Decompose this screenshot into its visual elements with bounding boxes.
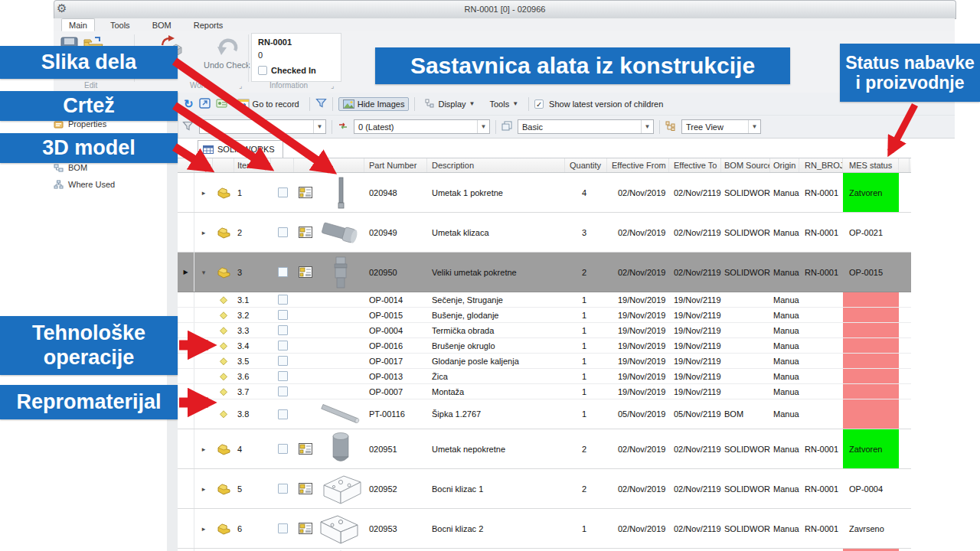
- undo-check-out-icon[interactable]: [216, 36, 239, 59]
- table-row[interactable]: 3.7OP-0007Montaža119/Nov/201919/Nov/2119…: [178, 384, 911, 399]
- row-checkbox[interactable]: [271, 354, 294, 368]
- pages-icon[interactable]: [501, 121, 512, 132]
- expand-toggle[interactable]: ▸: [194, 509, 213, 548]
- tab-bom[interactable]: BOM: [145, 19, 178, 31]
- table-row[interactable]: ▸6020953Bocni klizac 2102/Nov/201902/Nov…: [178, 509, 911, 549]
- row-checkbox[interactable]: [271, 338, 294, 353]
- expand-toggle[interactable]: ▸: [194, 429, 213, 468]
- table-row[interactable]: 3.3OP-0004Termička obrada119/Nov/201919/…: [178, 323, 911, 338]
- drawing-icon[interactable]: [294, 429, 317, 468]
- checkbox-icon[interactable]: [278, 523, 288, 533]
- display-menu-button[interactable]: Display ▼: [420, 96, 479, 111]
- show-latest-checkbox[interactable]: ✓: [534, 99, 544, 109]
- sidebar-item-bom[interactable]: BOM: [54, 161, 87, 174]
- drawing-icon[interactable]: [294, 173, 317, 212]
- go-to-record-button[interactable]: Go to record: [233, 96, 304, 111]
- tab-tools[interactable]: Tools: [103, 19, 137, 31]
- drawing-icon[interactable]: [294, 253, 317, 292]
- row-checkbox[interactable]: [271, 429, 294, 468]
- effective-from-cell: 19/Nov/2019: [607, 323, 669, 337]
- column-header-drawing[interactable]: [294, 158, 317, 172]
- column-header-item[interactable]: Item: [234, 158, 271, 172]
- drawing-icon[interactable]: [294, 213, 317, 252]
- table-row[interactable]: ▸5020952Bocni klizac 1202/Nov/201902/Nov…: [178, 469, 911, 509]
- row-checkbox[interactable]: [271, 213, 294, 252]
- tools-menu-button[interactable]: Tools ▼: [485, 97, 523, 111]
- hide-images-button[interactable]: Hide Images: [338, 97, 410, 111]
- row-checkbox[interactable]: [271, 369, 294, 383]
- column-header-thumbnail[interactable]: [317, 158, 364, 172]
- column-header-bom-source[interactable]: BOM Source: [721, 158, 770, 172]
- column-header-quantity[interactable]: Quantity: [565, 158, 607, 172]
- table-row[interactable]: ▸4020951Umetak nepokretne202/Nov/201902/…: [178, 429, 911, 469]
- search-combo[interactable]: @ ▼: [199, 119, 326, 134]
- row-checkbox[interactable]: [271, 384, 294, 399]
- part-thumbnail: [317, 509, 364, 548]
- row-checkbox[interactable]: [271, 399, 294, 429]
- table-row[interactable]: 3.2OP-0015Bušenje, glodanje119/Nov/20191…: [178, 308, 911, 323]
- drawing-icon: [294, 399, 317, 429]
- checkbox-icon[interactable]: [278, 356, 288, 366]
- checkbox-icon[interactable]: [278, 295, 288, 305]
- column-header-origin[interactable]: Origin: [770, 158, 799, 172]
- checkbox-icon[interactable]: [278, 310, 288, 320]
- checkbox-icon[interactable]: [278, 386, 288, 396]
- checkbox-icon[interactable]: [278, 371, 288, 381]
- checkbox-icon[interactable]: [278, 484, 288, 494]
- expand-toggle[interactable]: ▾: [194, 253, 213, 292]
- column-header-mes-status[interactable]: MES status: [843, 158, 899, 172]
- table-row[interactable]: 3.4OP-0016Brušenje okruglo119/Nov/201919…: [178, 338, 911, 354]
- row-checkbox[interactable]: [271, 253, 294, 292]
- view-mode-combo[interactable]: Tree View ▼: [681, 119, 761, 134]
- row-checkbox[interactable]: [271, 469, 294, 508]
- row-checkbox[interactable]: [271, 173, 294, 212]
- checkbox-icon[interactable]: [278, 409, 288, 419]
- drawing-icon[interactable]: [294, 469, 317, 508]
- tab-reports[interactable]: Reports: [187, 19, 230, 31]
- row-indicator: [178, 292, 194, 307]
- sidebar-item-where-used[interactable]: Where Used: [54, 178, 115, 191]
- column-header-part-number[interactable]: Part Number: [364, 158, 427, 172]
- dialog-launcher-icon[interactable]: ⌟: [239, 82, 242, 90]
- table-row[interactable]: ▶▾3020950Veliki umetak pokretne202/Nov/2…: [178, 253, 911, 292]
- checkbox-icon[interactable]: [278, 187, 288, 197]
- column-header-effective-to[interactable]: Effective To: [669, 158, 721, 172]
- expand-toggle[interactable]: ▸: [194, 213, 213, 252]
- version-sync-icon[interactable]: [338, 121, 348, 132]
- checked-in-checkbox[interactable]: [258, 66, 267, 75]
- column-header-effective-from[interactable]: Effective From: [607, 158, 669, 172]
- revision-combo[interactable]: 0 (Latest) ▼: [354, 119, 490, 134]
- table-row[interactable]: ▸1020948Umetak 1 pokretne402/Nov/201902/…: [178, 173, 911, 213]
- open-in-window-icon[interactable]: [199, 98, 211, 110]
- filter-icon[interactable]: [315, 98, 327, 109]
- row-checkbox[interactable]: [271, 308, 294, 322]
- quantity-cell: 1: [565, 399, 607, 429]
- row-checkbox[interactable]: [271, 292, 294, 307]
- tree-view-icon[interactable]: [665, 121, 676, 132]
- column-header-description[interactable]: Description: [427, 158, 565, 172]
- view-style-combo[interactable]: Basic ▼: [518, 119, 654, 134]
- record-icon[interactable]: [216, 98, 227, 110]
- table-row[interactable]: ▸2020949Umetak klizaca302/Nov/201902/Nov…: [178, 213, 911, 253]
- checkbox-icon[interactable]: [278, 227, 288, 237]
- quick-filter-icon[interactable]: [182, 121, 194, 132]
- tab-solidworks[interactable]: SOLIDWORKS: [198, 140, 283, 158]
- checkbox-icon[interactable]: [278, 325, 288, 335]
- refresh-icon[interactable]: ↻: [184, 97, 194, 111]
- checkbox-icon[interactable]: [278, 444, 288, 454]
- drawing-icon[interactable]: [294, 509, 317, 548]
- expand-toggle[interactable]: ▸: [194, 469, 213, 508]
- row-checkbox[interactable]: [271, 509, 294, 548]
- tab-main[interactable]: Main: [61, 18, 95, 31]
- table-row[interactable]: 3.1OP-0014Sečenje, Struganje119/Nov/2019…: [178, 292, 911, 308]
- expand-toggle[interactable]: ▸: [194, 173, 213, 212]
- dialog-launcher-icon[interactable]: ⌟: [331, 82, 334, 90]
- checkbox-icon[interactable]: [278, 267, 288, 277]
- column-header-checkbox[interactable]: [271, 158, 294, 172]
- table-row[interactable]: 3.6OP-0013Žica119/Nov/201919/Nov/2119Man…: [178, 369, 911, 384]
- checkbox-icon[interactable]: [278, 341, 288, 350]
- column-header-rn-broj[interactable]: RN_BROJ: [799, 158, 843, 172]
- table-row[interactable]: 3.8PT-00116Šipka 1.2767105/Nov/201905/No…: [178, 399, 911, 429]
- row-checkbox[interactable]: [271, 323, 294, 337]
- table-row[interactable]: 3.5OP-0017Glodanje posle kaljenja119/Nov…: [178, 354, 911, 369]
